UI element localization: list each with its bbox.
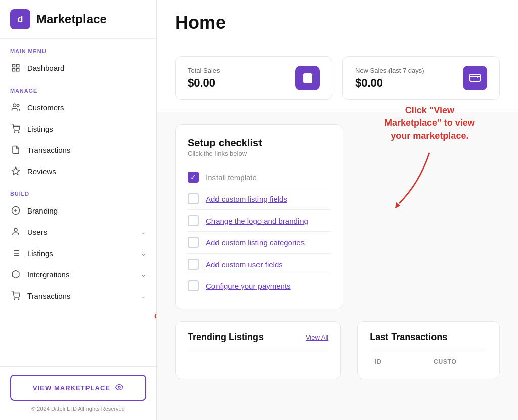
right-panel: Click "ViewMarketplace" to viewyour mark… bbox=[360, 124, 500, 309]
checklist-item-2: Change the logo and branding bbox=[188, 210, 331, 232]
sidebar-item-users-label: Users bbox=[27, 228, 135, 236]
sidebar-item-dashboard-label: Dashboard bbox=[27, 64, 146, 72]
svg-point-20 bbox=[18, 299, 19, 300]
chevron-down-icon: ⌄ bbox=[141, 292, 146, 300]
trending-section: Trending Listings View All bbox=[175, 321, 341, 379]
sidebar-item-dashboard[interactable]: Dashboard bbox=[0, 57, 156, 78]
sidebar-item-listings-manage[interactable]: Listings bbox=[0, 118, 156, 139]
manage-label: MANAGE bbox=[0, 78, 156, 97]
grid-icon bbox=[10, 62, 21, 73]
stat-label-total-sales: Total Sales bbox=[188, 67, 220, 74]
svg-rect-1 bbox=[17, 64, 19, 67]
stat-label-new-sales: New Sales (last 7 days) bbox=[355, 67, 424, 74]
chevron-down-icon: ⌄ bbox=[141, 271, 146, 278]
svg-point-7 bbox=[18, 132, 19, 133]
checkbox-1[interactable] bbox=[188, 193, 199, 204]
svg-point-19 bbox=[14, 299, 15, 300]
stat-value-new-sales: $0.00 bbox=[355, 76, 424, 90]
app-logo-icon: d bbox=[10, 9, 30, 29]
sidebar-item-reviews-label: Reviews bbox=[27, 167, 146, 176]
copyright: © 2024 Dittofi LTD All rights Reserved bbox=[10, 406, 146, 412]
sidebar-item-customers-label: Customers bbox=[27, 103, 146, 112]
sidebar-item-integrations-label: Intergrations bbox=[27, 270, 135, 279]
transactions-section: Last Transactions ID CUSTO bbox=[357, 321, 500, 379]
chevron-down-icon: ⌄ bbox=[141, 249, 146, 257]
star-icon bbox=[10, 165, 21, 177]
sidebar-item-transactions-manage-label: Transactions bbox=[27, 146, 146, 154]
sidebar-item-branding-label: Branding bbox=[27, 206, 146, 215]
stat-info-total-sales: Total Sales $0.00 bbox=[188, 67, 220, 90]
sidebar-item-transactions-manage[interactable]: Transactions bbox=[0, 139, 156, 160]
main-body: Setup checklist Click the links below ✓ … bbox=[157, 112, 518, 321]
stats-row-wrapper: Total Sales $0.00 New Sales (last 7 days… bbox=[157, 44, 518, 112]
file-icon bbox=[10, 144, 21, 155]
sidebar-footer: VIEW MARKETPLACE Click “View Marketplace… bbox=[0, 366, 156, 420]
sidebar-item-transactions-build[interactable]: Transactions ⌄ bbox=[0, 285, 156, 306]
checklist-item-0: ✓ Install template bbox=[188, 166, 331, 188]
transactions-table-header: ID CUSTO bbox=[370, 350, 487, 368]
checklist-item-4-link[interactable]: Add custom user fields bbox=[206, 260, 283, 269]
sidebar-item-users[interactable]: Users ⌄ bbox=[0, 221, 156, 242]
checklist-item-5: Configure your payments bbox=[188, 275, 331, 297]
transactions-title: Last Transactions bbox=[370, 332, 447, 343]
cube-icon bbox=[10, 269, 21, 280]
stat-card-total-sales: Total Sales $0.00 bbox=[175, 56, 332, 100]
checklist-subtitle: Click the links below bbox=[188, 150, 331, 157]
col-header-custo: CUSTO bbox=[428, 355, 487, 368]
sidebar-logo: d Marketplace bbox=[0, 0, 156, 39]
sidebar-item-transactions-build-label: Transactions bbox=[27, 291, 135, 300]
checkbox-5[interactable] bbox=[188, 280, 199, 291]
svg-rect-2 bbox=[17, 69, 19, 71]
svg-rect-24 bbox=[470, 74, 480, 81]
checklist-item-2-link[interactable]: Change the logo and branding bbox=[206, 217, 308, 225]
svg-point-12 bbox=[14, 228, 17, 231]
callout-arrow bbox=[389, 148, 470, 208]
sidebar-item-listings-build[interactable]: Listings ⌄ bbox=[0, 242, 156, 264]
col-header-id: ID bbox=[370, 355, 428, 368]
checklist-item-4: Add custom user fields bbox=[188, 254, 331, 275]
checkbox-2[interactable] bbox=[188, 215, 199, 226]
checklist-item-0-label: Install template bbox=[206, 173, 257, 182]
main-menu-label: MAIN MENU bbox=[0, 39, 156, 57]
main-content: Home Total Sales $0.00 New Sales (last 7… bbox=[157, 0, 518, 420]
checkbox-4[interactable] bbox=[188, 259, 199, 270]
view-marketplace-label: VIEW MARKETPLACE bbox=[33, 384, 110, 392]
svg-rect-3 bbox=[12, 69, 15, 71]
transactions-header: Last Transactions bbox=[370, 332, 487, 343]
left-panel: Setup checklist Click the links below ✓ … bbox=[175, 124, 343, 309]
trending-header: Trending Listings View All bbox=[188, 332, 328, 343]
sidebar-item-branding[interactable]: Branding bbox=[0, 200, 156, 221]
svg-point-6 bbox=[14, 132, 15, 133]
cart-icon bbox=[10, 290, 21, 301]
sidebar-item-integrations[interactable]: Intergrations ⌄ bbox=[0, 264, 156, 285]
sidebar-item-listings-build-label: Listings bbox=[27, 249, 135, 258]
sidebar-item-reviews[interactable]: Reviews bbox=[0, 160, 156, 182]
checkbox-0[interactable]: ✓ bbox=[188, 172, 199, 183]
main-header: Home bbox=[157, 0, 518, 44]
list-icon bbox=[10, 247, 21, 259]
shopping-cart-icon bbox=[10, 123, 21, 134]
user-icon bbox=[10, 226, 21, 237]
page-title: Home bbox=[175, 12, 500, 33]
svg-point-4 bbox=[13, 104, 16, 107]
stat-value-total-sales: $0.00 bbox=[188, 76, 220, 90]
stat-icon-wallet bbox=[463, 66, 487, 90]
checklist-item-3-link[interactable]: Add custom listing categories bbox=[206, 238, 305, 247]
svg-marker-8 bbox=[12, 167, 20, 175]
trending-title: Trending Listings bbox=[188, 332, 264, 343]
stat-card-new-sales: New Sales (last 7 days) $0.00 bbox=[342, 56, 500, 100]
svg-rect-0 bbox=[12, 64, 15, 67]
checklist-item-1-link[interactable]: Add custom listing fields bbox=[206, 195, 287, 203]
eye-icon bbox=[115, 383, 123, 393]
sidebar-item-listings-manage-label: Listings bbox=[27, 124, 146, 133]
checklist-item-5-link[interactable]: Configure your payments bbox=[206, 282, 291, 290]
app-title: Marketplace bbox=[36, 12, 107, 26]
checkbox-3[interactable] bbox=[188, 237, 199, 248]
annotation-text: Click “View Marketplace” to view your ma… bbox=[151, 311, 157, 332]
svg-point-21 bbox=[118, 386, 120, 388]
sidebar: d Marketplace MAIN MENU Dashboard MANAGE… bbox=[0, 0, 157, 420]
view-marketplace-button[interactable]: VIEW MARKETPLACE bbox=[10, 375, 146, 401]
view-all-link[interactable]: View All bbox=[306, 333, 328, 341]
sidebar-item-customers[interactable]: Customers bbox=[0, 97, 156, 118]
trending-table-header bbox=[188, 350, 328, 355]
